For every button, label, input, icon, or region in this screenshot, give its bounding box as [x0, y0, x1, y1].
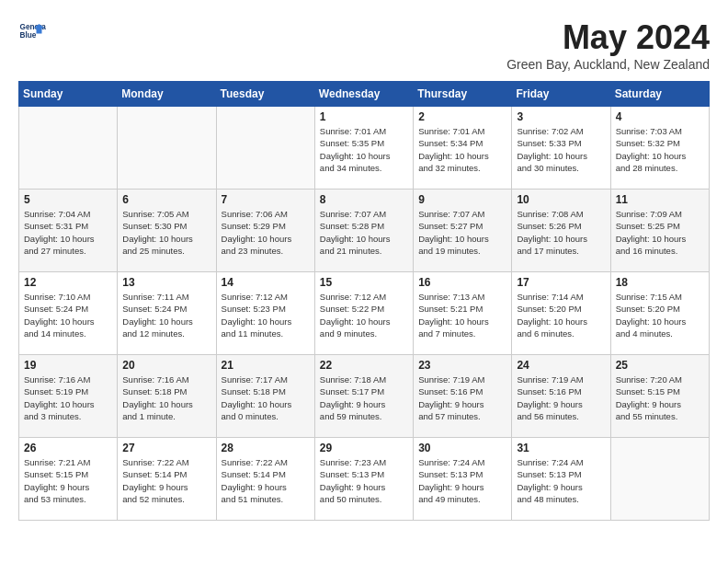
day-number: 11 [616, 193, 704, 206]
calendar-week-1: 1Sunrise: 7:01 AM Sunset: 5:35 PM Daylig… [19, 107, 710, 190]
day-info: Sunrise: 7:17 AM Sunset: 5:18 PM Dayligh… [222, 373, 310, 422]
day-number: 28 [222, 442, 310, 454]
day-info: Sunrise: 7:01 AM Sunset: 5:34 PM Dayligh… [418, 125, 506, 174]
day-number: 19 [24, 359, 112, 372]
calendar-cell: 31Sunrise: 7:24 AM Sunset: 5:13 PM Dayli… [512, 438, 610, 521]
calendar-cell: 21Sunrise: 7:17 AM Sunset: 5:18 PM Dayli… [216, 355, 314, 438]
title-area: May 2024 Green Bay, Auckland, New Zealan… [506, 18, 710, 72]
day-info: Sunrise: 7:20 AM Sunset: 5:15 PM Dayligh… [616, 373, 704, 422]
calendar-cell: 17Sunrise: 7:14 AM Sunset: 5:20 PM Dayli… [512, 272, 610, 355]
day-info: Sunrise: 7:11 AM Sunset: 5:24 PM Dayligh… [122, 291, 210, 339]
calendar-cell [610, 438, 709, 521]
day-number: 15 [320, 276, 408, 289]
weekday-header-friday: Friday [512, 82, 610, 107]
calendar-cell: 2Sunrise: 7:01 AM Sunset: 5:34 PM Daylig… [414, 107, 512, 190]
day-number: 8 [320, 193, 408, 206]
calendar-cell: 28Sunrise: 7:22 AM Sunset: 5:14 PM Dayli… [216, 438, 314, 521]
logo-icon: General Blue [18, 18, 46, 46]
calendar-cell: 23Sunrise: 7:19 AM Sunset: 5:16 PM Dayli… [414, 355, 512, 438]
location-title: Green Bay, Auckland, New Zealand [506, 57, 710, 72]
day-info: Sunrise: 7:18 AM Sunset: 5:17 PM Dayligh… [320, 373, 408, 422]
calendar-cell [118, 107, 216, 190]
day-number: 13 [122, 276, 210, 289]
calendar-cell: 7Sunrise: 7:06 AM Sunset: 5:29 PM Daylig… [216, 190, 314, 272]
day-info: Sunrise: 7:08 AM Sunset: 5:26 PM Dayligh… [517, 208, 605, 257]
calendar-cell: 30Sunrise: 7:24 AM Sunset: 5:13 PM Dayli… [414, 438, 512, 521]
day-info: Sunrise: 7:09 AM Sunset: 5:25 PM Dayligh… [616, 208, 704, 257]
logo: General Blue [18, 18, 50, 46]
day-number: 26 [24, 442, 112, 454]
day-info: Sunrise: 7:05 AM Sunset: 5:30 PM Dayligh… [122, 208, 210, 257]
day-info: Sunrise: 7:23 AM Sunset: 5:13 PM Dayligh… [320, 456, 408, 505]
calendar-cell: 22Sunrise: 7:18 AM Sunset: 5:17 PM Dayli… [314, 355, 413, 438]
calendar-cell: 29Sunrise: 7:23 AM Sunset: 5:13 PM Dayli… [314, 438, 413, 521]
calendar-cell: 11Sunrise: 7:09 AM Sunset: 5:25 PM Dayli… [610, 190, 709, 272]
day-number: 21 [222, 359, 310, 372]
day-info: Sunrise: 7:13 AM Sunset: 5:21 PM Dayligh… [418, 291, 506, 339]
day-number: 10 [517, 193, 605, 206]
day-number: 17 [517, 276, 605, 289]
calendar-week-5: 26Sunrise: 7:21 AM Sunset: 5:15 PM Dayli… [19, 438, 710, 521]
day-info: Sunrise: 7:22 AM Sunset: 5:14 PM Dayligh… [122, 456, 210, 505]
day-info: Sunrise: 7:16 AM Sunset: 5:19 PM Dayligh… [24, 373, 112, 422]
day-number: 14 [222, 276, 310, 289]
day-number: 18 [616, 276, 704, 289]
day-number: 5 [24, 193, 112, 206]
day-info: Sunrise: 7:16 AM Sunset: 5:18 PM Dayligh… [122, 373, 210, 422]
day-number: 24 [517, 359, 605, 372]
calendar-cell: 9Sunrise: 7:07 AM Sunset: 5:27 PM Daylig… [414, 190, 512, 272]
calendar-cell: 12Sunrise: 7:10 AM Sunset: 5:24 PM Dayli… [19, 272, 118, 355]
day-info: Sunrise: 7:04 AM Sunset: 5:31 PM Dayligh… [24, 208, 112, 257]
calendar-cell: 18Sunrise: 7:15 AM Sunset: 5:20 PM Dayli… [610, 272, 709, 355]
calendar-cell: 10Sunrise: 7:08 AM Sunset: 5:26 PM Dayli… [512, 190, 610, 272]
weekday-header-monday: Monday [118, 82, 216, 107]
calendar-cell: 15Sunrise: 7:12 AM Sunset: 5:22 PM Dayli… [314, 272, 413, 355]
day-info: Sunrise: 7:02 AM Sunset: 5:33 PM Dayligh… [517, 125, 605, 174]
day-number: 2 [418, 110, 506, 123]
day-number: 22 [320, 359, 408, 372]
weekday-header-sunday: Sunday [19, 82, 118, 107]
day-info: Sunrise: 7:12 AM Sunset: 5:23 PM Dayligh… [222, 291, 310, 339]
calendar-table: SundayMondayTuesdayWednesdayThursdayFrid… [18, 81, 710, 521]
calendar-cell: 16Sunrise: 7:13 AM Sunset: 5:21 PM Dayli… [414, 272, 512, 355]
day-number: 1 [320, 110, 408, 123]
day-number: 4 [616, 110, 704, 123]
day-number: 3 [517, 110, 605, 123]
day-number: 23 [418, 359, 506, 372]
day-number: 9 [418, 193, 506, 206]
calendar-cell: 8Sunrise: 7:07 AM Sunset: 5:28 PM Daylig… [314, 190, 413, 272]
day-info: Sunrise: 7:06 AM Sunset: 5:29 PM Dayligh… [222, 208, 310, 257]
calendar-cell: 26Sunrise: 7:21 AM Sunset: 5:15 PM Dayli… [19, 438, 118, 521]
calendar-cell: 1Sunrise: 7:01 AM Sunset: 5:35 PM Daylig… [314, 107, 413, 190]
calendar-cell: 13Sunrise: 7:11 AM Sunset: 5:24 PM Dayli… [118, 272, 216, 355]
calendar-cell: 14Sunrise: 7:12 AM Sunset: 5:23 PM Dayli… [216, 272, 314, 355]
day-info: Sunrise: 7:15 AM Sunset: 5:20 PM Dayligh… [616, 291, 704, 339]
day-info: Sunrise: 7:01 AM Sunset: 5:35 PM Dayligh… [320, 125, 408, 174]
calendar-week-4: 19Sunrise: 7:16 AM Sunset: 5:19 PM Dayli… [19, 355, 710, 438]
weekday-header-saturday: Saturday [610, 82, 709, 107]
day-number: 16 [418, 276, 506, 289]
calendar-cell: 3Sunrise: 7:02 AM Sunset: 5:33 PM Daylig… [512, 107, 610, 190]
day-number: 25 [616, 359, 704, 372]
day-number: 7 [222, 193, 310, 206]
day-number: 29 [320, 442, 408, 454]
day-number: 31 [517, 442, 605, 454]
svg-text:Blue: Blue [20, 31, 37, 40]
weekday-header-tuesday: Tuesday [216, 82, 314, 107]
day-number: 30 [418, 442, 506, 454]
calendar-cell: 27Sunrise: 7:22 AM Sunset: 5:14 PM Dayli… [118, 438, 216, 521]
calendar-cell: 25Sunrise: 7:20 AM Sunset: 5:15 PM Dayli… [610, 355, 709, 438]
calendar-cell: 24Sunrise: 7:19 AM Sunset: 5:16 PM Dayli… [512, 355, 610, 438]
month-title: May 2024 [506, 18, 710, 57]
calendar-cell [216, 107, 314, 190]
calendar-cell: 4Sunrise: 7:03 AM Sunset: 5:32 PM Daylig… [610, 107, 709, 190]
day-number: 12 [24, 276, 112, 289]
calendar-cell: 5Sunrise: 7:04 AM Sunset: 5:31 PM Daylig… [19, 190, 118, 272]
day-info: Sunrise: 7:14 AM Sunset: 5:20 PM Dayligh… [517, 291, 605, 339]
day-info: Sunrise: 7:24 AM Sunset: 5:13 PM Dayligh… [418, 456, 506, 505]
day-info: Sunrise: 7:07 AM Sunset: 5:27 PM Dayligh… [418, 208, 506, 257]
day-info: Sunrise: 7:22 AM Sunset: 5:14 PM Dayligh… [222, 456, 310, 505]
calendar-cell: 20Sunrise: 7:16 AM Sunset: 5:18 PM Dayli… [118, 355, 216, 438]
day-info: Sunrise: 7:21 AM Sunset: 5:15 PM Dayligh… [24, 456, 112, 505]
header: General Blue May 2024 Green Bay, Aucklan… [18, 18, 710, 72]
